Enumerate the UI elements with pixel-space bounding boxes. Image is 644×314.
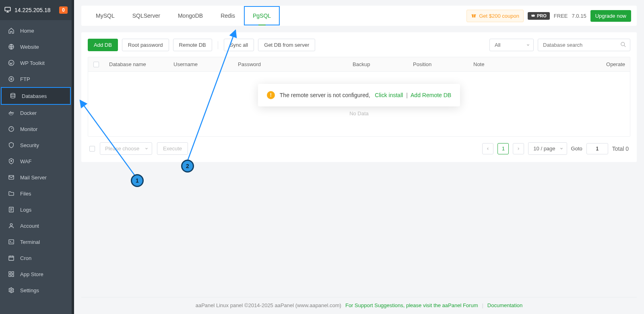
db-icon [10, 93, 16, 99]
sidebar-item-app-store[interactable]: App Store [0, 266, 72, 282]
sidebar-item-docker[interactable]: Docker [0, 105, 72, 121]
svg-rect-17 [12, 272, 14, 274]
svg-point-20 [10, 289, 12, 291]
svg-rect-15 [9, 256, 14, 260]
ftp-icon [8, 76, 14, 82]
alert-badge[interactable]: 0 [59, 6, 68, 14]
sidebar-item-account[interactable]: Account [0, 218, 72, 234]
sidebar-item-label: WAF [20, 158, 31, 164]
footer-select-all-checkbox[interactable] [89, 146, 95, 152]
sidebar-item-label: Home [20, 28, 34, 34]
svg-rect-18 [9, 274, 11, 277]
sidebar-item-label: Cron [20, 255, 31, 261]
col-position[interactable]: Position [408, 57, 469, 71]
sidebar-item-website[interactable]: Website [0, 39, 72, 55]
separator: | [406, 92, 408, 98]
sidebar-item-ftp[interactable]: FTP [0, 71, 72, 87]
sidebar-item-wp-toolkit[interactable]: WP Toolkit [0, 55, 72, 71]
database-table: Database name Username Password Backup P… [88, 57, 630, 137]
sidebar-item-home[interactable]: Home [0, 23, 72, 39]
col-note[interactable]: Note [469, 57, 594, 71]
sidebar-item-mail-server[interactable]: Mail Server [0, 169, 72, 185]
files-icon [8, 190, 14, 197]
sidebar-item-label: WP Toolkit [20, 60, 45, 66]
terminal-icon [8, 239, 14, 245]
tab-pgsql[interactable]: PgSQL [244, 6, 280, 25]
sidebar-item-security[interactable]: Security [0, 137, 72, 153]
tabs-bar: MySQLSQLServerMongoDBRedisPgSQL Get $200… [81, 6, 637, 26]
sync-all-button[interactable]: Sync all [224, 39, 254, 51]
col-backup[interactable]: Backup [348, 57, 408, 71]
search-icon[interactable] [620, 42, 626, 49]
svg-point-10 [10, 160, 12, 162]
page-footer: aaPanel Linux panel ©2014-2025 aaPanel (… [81, 297, 637, 314]
table-body: ! The remote server is not configured, C… [88, 72, 630, 136]
coupon-link[interactable]: Get $200 coupon [466, 10, 524, 22]
sidebar-item-files[interactable]: Files [0, 185, 72, 202]
bulk-action-select[interactable]: Please choose [100, 142, 152, 155]
tab-mongodb[interactable]: MongoDB [169, 6, 212, 25]
notice-text: The remote server is not configured, [280, 92, 370, 98]
tab-redis[interactable]: Redis [212, 6, 244, 25]
col-password[interactable]: Password [233, 57, 348, 71]
sidebar-item-databases[interactable]: Databases [1, 87, 71, 105]
tabs-bar-right: Get $200 coupon PRO FREE 7.0.15 Upgrade … [466, 10, 631, 22]
server-ip[interactable]: 14.225.205.18 [14, 7, 51, 13]
sidebar-item-cron[interactable]: Cron [0, 250, 72, 266]
monitor-icon [8, 126, 14, 132]
tab-mysql[interactable]: MySQL [87, 6, 124, 25]
table-footer: Please choose Execute 1 10 / page [88, 137, 630, 156]
table-header: Database name Username Password Backup P… [88, 57, 630, 72]
root-password-button[interactable]: Root password [122, 39, 169, 51]
filter-select[interactable]: All [489, 39, 534, 51]
support-link[interactable]: For Support Suggestions, please visit th… [345, 302, 478, 308]
security-icon [8, 142, 14, 148]
svg-rect-23 [474, 14, 474, 17]
sidebar: 14.225.205.18 0 HomeWebsiteWP ToolkitFTP… [0, 0, 72, 314]
col-database-name[interactable]: Database name [104, 57, 169, 71]
sidebar-item-monitor[interactable]: Monitor [0, 121, 72, 137]
click-install-link[interactable]: Click install [375, 92, 403, 98]
page-size-select[interactable]: 10 / page [528, 142, 567, 155]
tab-sqlserver[interactable]: SQLServer [124, 6, 169, 25]
sidebar-item-label: FTP [20, 76, 30, 82]
sidebar-item-logs[interactable]: Logs [0, 202, 72, 218]
add-remote-db-link[interactable]: Add Remote DB [411, 92, 451, 98]
remote-not-configured-notice: ! The remote server is not configured, C… [258, 84, 460, 106]
pro-badge[interactable]: PRO [528, 12, 550, 20]
home-icon [8, 27, 14, 34]
next-page-button[interactable] [513, 143, 524, 154]
chevron-down-icon [559, 146, 564, 152]
goto-input[interactable] [586, 143, 608, 154]
chevron-down-icon [144, 146, 149, 152]
svg-rect-19 [12, 274, 14, 277]
documentation-link[interactable]: Documentation [487, 302, 522, 308]
settings-icon [8, 287, 14, 293]
search-input[interactable] [538, 39, 630, 51]
upgrade-button[interactable]: Upgrade now [590, 10, 631, 22]
sidebar-item-waf[interactable]: WAF [0, 153, 72, 169]
sidebar-item-settings[interactable]: Settings [0, 282, 72, 298]
annotation-1: 1 [131, 174, 144, 187]
monitor-icon [4, 6, 11, 15]
svg-rect-14 [9, 240, 14, 244]
cron-icon [8, 255, 14, 261]
sidebar-header: 14.225.205.18 0 [0, 0, 72, 20]
remote-db-button[interactable]: Remote DB [173, 39, 212, 51]
col-username[interactable]: Username [169, 57, 233, 71]
version-label[interactable]: 7.0.15 [572, 13, 586, 19]
toolbar: Add DB Root password Remote DB Sync all … [88, 39, 630, 51]
get-db-from-server-button[interactable]: Get DB from server [258, 39, 315, 51]
prev-page-button[interactable] [482, 143, 493, 154]
total-label: Total 0 [612, 146, 629, 152]
sidebar-item-label: Terminal [20, 239, 40, 245]
select-all-checkbox[interactable] [93, 62, 99, 67]
execute-button[interactable]: Execute [157, 142, 188, 155]
add-db-button[interactable]: Add DB [88, 39, 118, 51]
page-1-button[interactable]: 1 [497, 143, 509, 154]
sidebar-item-terminal[interactable]: Terminal [0, 234, 72, 250]
docker-icon [8, 110, 14, 116]
sidebar-item-label: Security [20, 142, 39, 148]
warning-icon: ! [267, 91, 275, 99]
copyright: aaPanel Linux panel ©2014-2025 aaPanel (… [196, 302, 341, 308]
